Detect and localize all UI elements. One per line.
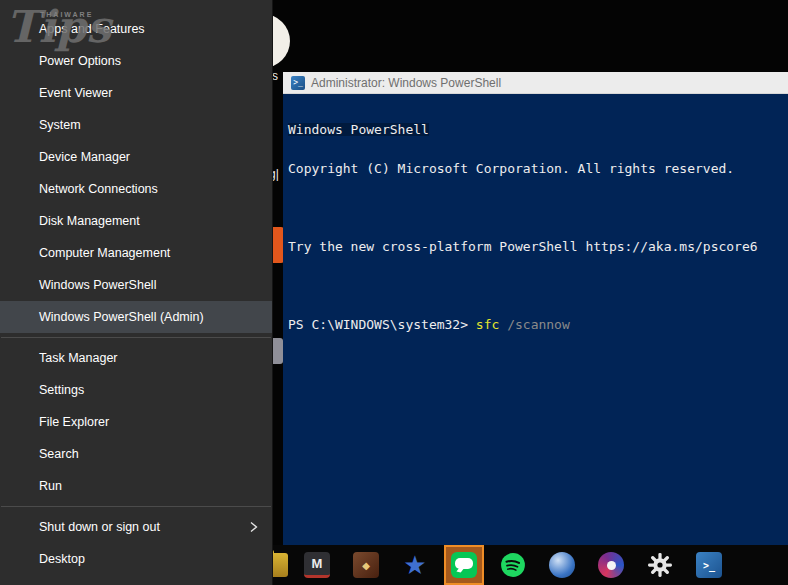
taskbar-button[interactable] — [346, 545, 386, 585]
menu-item-system[interactable]: System — [0, 109, 272, 141]
star-app-icon — [403, 552, 426, 578]
taskbar-icons — [297, 545, 729, 585]
taskbar-button[interactable] — [689, 545, 729, 585]
menu-item-label: Computer Management — [39, 246, 170, 260]
menu-item-windows-powershell[interactable]: Windows PowerShell — [0, 269, 272, 301]
console-argument: /scannow — [499, 317, 569, 332]
console-line: Copyright (C) Microsoft Corporation. All… — [288, 162, 788, 175]
taskbar-button[interactable] — [297, 545, 337, 585]
menu-separator — [1, 337, 271, 338]
menu-item-label: Device Manager — [39, 150, 130, 164]
menu-item-label: Settings — [39, 383, 84, 397]
window-title: Administrator: Windows PowerShell — [311, 76, 501, 90]
console-command: sfc — [476, 317, 499, 332]
menu-item-desktop[interactable]: Desktop — [0, 543, 272, 575]
menu-item-event-viewer[interactable]: Event Viewer — [0, 77, 272, 109]
taskbar-button[interactable] — [395, 545, 435, 585]
menu-item-label: Search — [39, 447, 79, 461]
menu-item-run[interactable]: Run — [0, 470, 272, 502]
taskbar-button[interactable] — [591, 545, 631, 585]
menu-item-label: Desktop — [39, 552, 85, 566]
settings-gear-icon — [647, 552, 673, 578]
menu-item-label: Shut down or sign out — [39, 520, 160, 534]
colorful-app-center — [607, 561, 616, 570]
console-prompt: PS C:\WINDOWS\system32> — [288, 317, 476, 332]
menu-item-label: Windows PowerShell (Admin) — [39, 310, 204, 324]
taskbar-button[interactable] — [493, 545, 533, 585]
console-line: Windows PowerShell — [288, 123, 429, 136]
taskbar-button[interactable] — [640, 545, 680, 585]
console-prompt-line: PS C:\WINDOWS\system32> sfc /scannow — [288, 318, 788, 331]
taskbar-button-active[interactable] — [444, 545, 484, 585]
menu-item-label: Disk Management — [39, 214, 140, 228]
m-app-icon — [304, 552, 330, 578]
menu-item-shut-down-or-sign-out[interactable]: Shut down or sign out — [0, 511, 272, 543]
menu-item-settings[interactable]: Settings — [0, 374, 272, 406]
menu-item-label: Task Manager — [39, 351, 118, 365]
console-line: Try the new cross-platform PowerShell ht… — [288, 240, 788, 253]
menu-item-power-options[interactable]: Power Options — [0, 45, 272, 77]
spotify-icon — [500, 552, 526, 578]
menu-item-apps-and-features[interactable]: Apps and Features — [0, 13, 272, 45]
menu-item-label: Windows PowerShell — [39, 278, 156, 292]
line-icon — [451, 552, 477, 578]
menu-item-search[interactable]: Search — [0, 438, 272, 470]
menu-item-label: Network Connections — [39, 182, 158, 196]
chevron-right-icon — [250, 521, 258, 533]
console-blank-line — [288, 201, 788, 214]
menu-item-device-manager[interactable]: Device Manager — [0, 141, 272, 173]
menu-item-file-explorer[interactable]: File Explorer — [0, 406, 272, 438]
menu-item-label: System — [39, 118, 81, 132]
powershell-icon — [291, 76, 305, 90]
menu-item-computer-management[interactable]: Computer Management — [0, 237, 272, 269]
console-blank-line — [288, 279, 788, 292]
menu-item-label: Power Options — [39, 54, 121, 68]
desktop-icon-sliver-gray — [273, 338, 283, 364]
menu-item-network-connections[interactable]: Network Connections — [0, 173, 272, 205]
menu-item-disk-management[interactable]: Disk Management — [0, 205, 272, 237]
colorful-app-icon — [598, 552, 624, 578]
menu-item-label: Run — [39, 479, 62, 493]
menu-item-task-manager[interactable]: Task Manager — [0, 342, 272, 374]
brown-app-icon — [353, 552, 379, 578]
menu-item-label: Event Viewer — [39, 86, 112, 100]
menu-item-windows-powershell-admin[interactable]: Windows PowerShell (Admin) — [0, 301, 272, 333]
menu-item-label: Apps and Features — [39, 22, 145, 36]
powershell-console[interactable]: Windows PowerShell Copyright (C) Microso… — [283, 94, 788, 545]
blue-app-icon — [549, 552, 575, 578]
line-bubble-icon — [455, 558, 473, 569]
powershell-icon — [696, 552, 722, 578]
powershell-titlebar[interactable]: Administrator: Windows PowerShell — [283, 72, 788, 94]
winx-menu: Apps and Features Power Options Event Vi… — [0, 0, 273, 585]
menu-item-label: File Explorer — [39, 415, 109, 429]
desktop: s g| Administrator: Windows PowerShell W… — [0, 0, 788, 585]
taskbar-button[interactable] — [542, 545, 582, 585]
menu-separator — [1, 506, 271, 507]
